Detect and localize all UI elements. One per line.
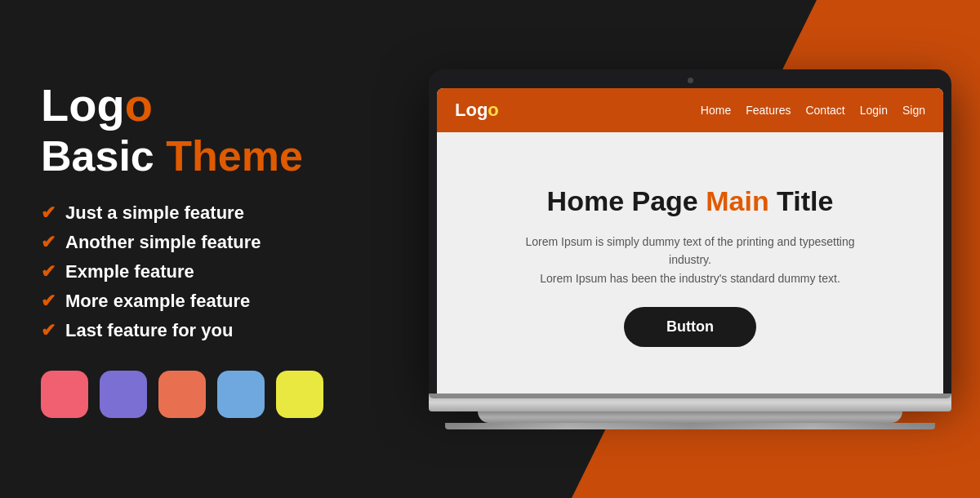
orange-swatch[interactable] — [158, 371, 206, 418]
list-item: ✔ Last feature for you — [41, 320, 368, 341]
screen-title-end: Title — [769, 185, 834, 216]
purple-swatch[interactable] — [100, 371, 147, 418]
screen-title: Home Page Main Title — [547, 185, 834, 218]
screen-description: Lorem Ipsum is simply dummy text of the … — [519, 233, 862, 287]
red-swatch[interactable] — [41, 371, 88, 418]
nav-link-home[interactable]: Home — [701, 104, 731, 117]
check-icon: ✔ — [41, 320, 56, 341]
laptop-body: Logo Home Features Contact Login Sign Ho… — [429, 69, 951, 394]
feature-label: Another simple feature — [65, 232, 261, 253]
nav-link-features[interactable]: Features — [746, 104, 791, 117]
right-panel: Logo Home Features Contact Login Sign Ho… — [408, 53, 980, 446]
logo-accent-char: o — [125, 79, 153, 131]
feature-label: Just a simple feature — [65, 202, 244, 224]
list-item: ✔ Exmple feature — [41, 261, 368, 282]
tagline-accent: Theme — [166, 132, 303, 180]
nav-link-signup[interactable]: Sign — [902, 104, 925, 117]
screen-title-accent: Main — [706, 185, 768, 216]
tagline-plain: Basic — [41, 132, 166, 180]
laptop-mockup: Logo Home Features Contact Login Sign Ho… — [429, 69, 951, 429]
screen-nav-links: Home Features Contact Login Sign — [701, 104, 925, 117]
check-icon: ✔ — [41, 291, 56, 312]
laptop-stand — [478, 411, 902, 423]
yellow-swatch[interactable] — [276, 371, 323, 418]
blue-swatch[interactable] — [217, 371, 265, 418]
feature-label: Exmple feature — [65, 261, 194, 282]
list-item: ✔ More example feature — [41, 291, 368, 312]
screen-navbar: Logo Home Features Contact Login Sign — [437, 88, 943, 132]
screen-logo: Logo — [455, 100, 499, 121]
screen-cta-button[interactable]: Button — [624, 307, 756, 347]
nav-link-contact[interactable]: Contact — [805, 104, 844, 117]
nav-link-login[interactable]: Login — [860, 104, 888, 117]
tagline: Basic Theme — [41, 133, 368, 180]
laptop-hinge — [429, 394, 951, 398]
check-icon: ✔ — [41, 261, 56, 282]
feature-label: More example feature — [65, 291, 250, 312]
check-icon: ✔ — [41, 232, 56, 253]
screen-title-plain: Home Page — [547, 185, 706, 216]
left-panel: Logo Basic Theme ✔ Just a simple feature… — [0, 47, 408, 451]
laptop-foot — [445, 423, 935, 429]
color-swatches — [41, 371, 368, 418]
list-item: ✔ Another simple feature — [41, 232, 368, 253]
screen-content: Home Page Main Title Lorem Ipsum is simp… — [437, 132, 943, 394]
camera-dot — [688, 78, 693, 83]
check-icon: ✔ — [41, 202, 56, 224]
feature-label: Last feature for you — [65, 320, 233, 341]
list-item: ✔ Just a simple feature — [41, 202, 368, 224]
features-list: ✔ Just a simple feature ✔ Another simple… — [41, 202, 368, 341]
laptop-screen: Logo Home Features Contact Login Sign Ho… — [437, 88, 943, 394]
logo-heading: Logo — [41, 80, 368, 131]
screen-logo-accent: o — [488, 100, 498, 120]
laptop-base — [429, 394, 951, 411]
